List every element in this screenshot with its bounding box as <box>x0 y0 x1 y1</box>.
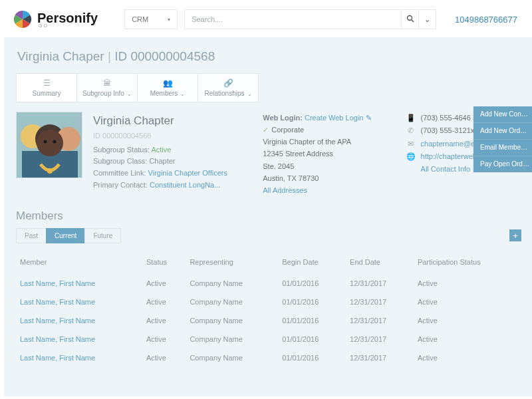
member-link[interactable]: Last Name, First Name <box>20 279 95 287</box>
col-begin: Begin Date <box>278 254 346 274</box>
chevron-down-icon: ▾ <box>168 17 170 23</box>
tab-relationships[interactable]: 🔗 Relationships⌄ <box>198 73 259 102</box>
member-link[interactable]: Last Name, First Name <box>20 354 95 362</box>
brand-name: Personify <box>37 11 98 25</box>
table-row: Last Name, First NameActiveCompany Name0… <box>16 330 521 348</box>
svg-point-0 <box>407 16 412 21</box>
tab-summary[interactable]: ☰ Summary <box>16 73 77 102</box>
table-row: Last Name, First NameActiveCompany Name0… <box>16 293 521 311</box>
member-pstatus: Active <box>414 293 521 311</box>
svg-point-8 <box>44 140 47 144</box>
member-link[interactable]: Last Name, First Name <box>20 317 95 325</box>
member-end: 12/31/2017 <box>346 293 414 311</box>
filter-current[interactable]: Current <box>46 228 85 243</box>
chevron-down-icon: ⌄ <box>424 15 430 24</box>
address-column: Web Login: Create Web Login✎ ✓Corporate … <box>263 112 395 196</box>
address-type: Corporate <box>271 126 304 134</box>
action-add-new-order[interactable]: Add New Ord… <box>473 123 532 140</box>
col-representing: Representing <box>186 254 278 274</box>
search-input[interactable] <box>185 10 401 29</box>
tab-label: Subgroup Info <box>82 90 124 97</box>
quick-actions-menu: Add New Con… Add New Ord… Email Membe… P… <box>473 106 532 172</box>
member-begin: 01/01/2016 <box>278 330 346 348</box>
member-pstatus: Active <box>414 348 521 367</box>
create-web-login-link[interactable]: Create Web Login <box>305 114 363 122</box>
search-button[interactable] <box>401 10 418 29</box>
member-status: Active <box>142 293 186 311</box>
globe-icon: 🌐 <box>406 150 416 163</box>
class-label: Subgroup Class: <box>93 157 147 165</box>
member-pstatus: Active <box>414 311 521 330</box>
filter-past[interactable]: Past <box>16 228 47 243</box>
entity-tabs: ☰ Summary 🏛 Subgroup Info⌄ 👥 Members⌄ 🔗 … <box>16 73 532 102</box>
primary-contact-label: Primary Contact: <box>93 181 148 189</box>
member-status: Active <box>142 274 186 293</box>
member-rep: Company Name <box>186 348 278 367</box>
tab-subgroup-info[interactable]: 🏛 Subgroup Info⌄ <box>76 73 138 102</box>
all-addresses-link[interactable]: All Addresses <box>263 186 307 194</box>
address-org: Virginia Chapter of the APA <box>263 136 395 148</box>
member-begin: 01/01/2016 <box>278 311 346 330</box>
member-end: 12/31/2017 <box>346 311 414 330</box>
col-end: End Date <box>346 254 414 274</box>
address-street: 12345 Street Address <box>263 148 395 160</box>
member-link[interactable]: Last Name, First Name <box>20 335 95 343</box>
address-city: Austin, TX 78730 <box>263 172 395 184</box>
plus-icon: + <box>513 231 518 241</box>
member-rep: Company Name <box>186 311 278 330</box>
email-icon: ✉ <box>406 138 416 150</box>
web-login-label: Web Login: <box>263 114 303 122</box>
avatar[interactable] <box>16 112 82 178</box>
svg-point-9 <box>53 140 57 144</box>
member-rep: Company Name <box>186 293 278 311</box>
member-end: 12/31/2017 <box>346 330 414 348</box>
all-contact-info-link[interactable]: All Contact Info <box>421 163 471 176</box>
mobile-icon: 📱 <box>406 112 416 124</box>
member-pstatus: Active <box>414 274 521 293</box>
table-row: Last Name, First NameActiveCompany Name0… <box>16 348 521 367</box>
member-end: 12/31/2017 <box>346 348 414 367</box>
profile-name: Virginia Chapter <box>93 112 252 130</box>
main-stage: Add New Con… Add New Ord… Email Membe… P… <box>4 37 532 396</box>
committee-label: Committee Link: <box>93 169 146 177</box>
members-section: Members Past Current Future + Member Sta… <box>16 209 532 367</box>
record-id: ID 000000004568 <box>114 49 215 63</box>
tab-members[interactable]: 👥 Members⌄ <box>137 73 198 102</box>
brand-logo[interactable]: Personify GO <box>13 10 98 29</box>
primary-contact-link[interactable]: Constituent LongNa... <box>150 181 220 189</box>
tab-label: Summary <box>33 90 61 97</box>
summary-row: Virginia Chapter ID 000000004568 Subgrou… <box>16 112 532 196</box>
module-select-label: CRM <box>132 15 148 23</box>
module-select[interactable]: CRM ▾ <box>124 9 178 29</box>
member-status: Active <box>142 311 186 330</box>
link-icon: 🔗 <box>223 78 233 88</box>
member-rep: Company Name <box>186 330 278 348</box>
members-table: Member Status Representing Begin Date En… <box>16 254 521 367</box>
record-title: Virginia Chaper | ID 000000004568 <box>16 44 532 73</box>
filter-future[interactable]: Future <box>84 228 121 243</box>
edit-icon[interactable]: ✎ <box>366 114 372 122</box>
status-value: Active <box>151 146 171 154</box>
svg-line-1 <box>412 20 414 22</box>
member-rep: Company Name <box>186 274 278 293</box>
col-status: Status <box>142 254 186 274</box>
action-pay-open-orders[interactable]: Pay Open Ord… <box>473 156 532 172</box>
chevron-down-icon: ⌄ <box>180 91 185 97</box>
search-options-button[interactable]: ⌄ <box>418 10 436 29</box>
people-icon: 👥 <box>163 78 173 88</box>
member-end: 12/31/2017 <box>346 274 414 293</box>
status-label: Subgroup Status: <box>93 146 150 154</box>
members-heading: Members <box>16 209 521 223</box>
member-filter-tabs: Past Current Future + <box>16 228 521 243</box>
record-name: Virginia Chaper <box>17 49 104 63</box>
contact-mobile: (703) 555-4646 <box>421 112 471 124</box>
address-suite: Ste. 2045 <box>263 160 395 172</box>
top-bar: Personify GO CRM ▾ ⌄ 1049868766677 <box>0 0 532 37</box>
action-add-new-contact[interactable]: Add New Con… <box>473 106 532 123</box>
add-member-button[interactable]: + <box>509 229 521 241</box>
chevron-down-icon: ⌄ <box>247 91 252 97</box>
account-id[interactable]: 1049868766677 <box>455 15 517 25</box>
committee-link[interactable]: Virginia Chapter Officers <box>148 169 227 177</box>
action-email-members[interactable]: Email Membe… <box>473 140 532 156</box>
member-link[interactable]: Last Name, First Name <box>20 298 95 306</box>
